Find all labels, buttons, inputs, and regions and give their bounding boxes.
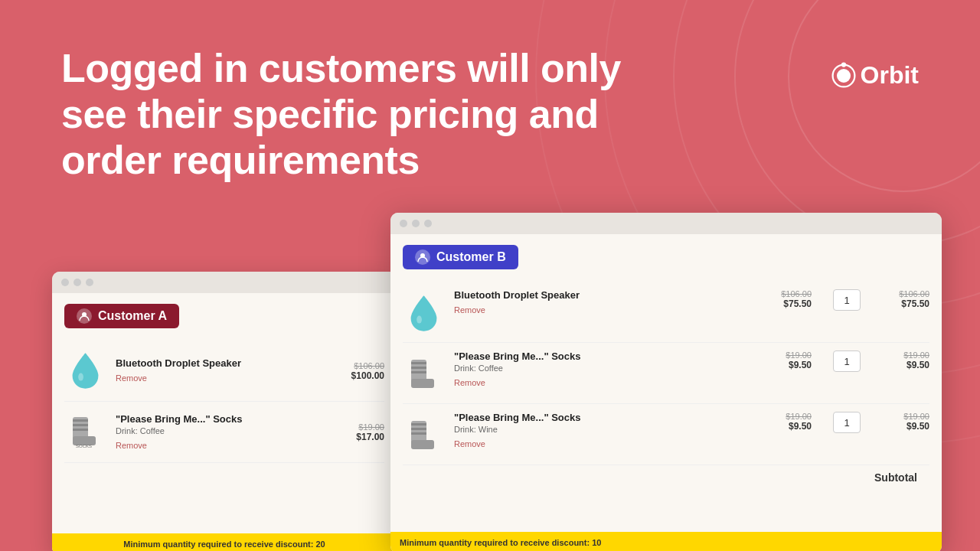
- total-sale-b-1: $75.50: [876, 298, 929, 309]
- svg-rect-15: [73, 429, 88, 431]
- sale-price-b-2: $9.50: [750, 360, 812, 370]
- svg-point-6: [837, 69, 851, 83]
- qty-input-b-3[interactable]: 1: [833, 412, 861, 433]
- svg-rect-20: [411, 379, 434, 388]
- item-name-b-1: Bluetooth Droplet Speaker: [454, 289, 741, 301]
- item-total-b-2: $19.00 $9.50: [876, 350, 929, 370]
- svg-rect-28: [411, 432, 426, 435]
- svg-rect-13: [73, 419, 88, 422]
- customer-a-badge: Customer A: [64, 304, 179, 328]
- orbit-logo: Orbit: [830, 61, 919, 90]
- remove-link-b-2[interactable]: Remove: [454, 378, 485, 387]
- remove-link-b-3[interactable]: Remove: [454, 439, 485, 448]
- item-name-a-2: "Please Bring Me..." Socks: [116, 413, 314, 425]
- customer-a-icon: [77, 308, 92, 324]
- cart-item-b-2: "Please Bring Me..." Socks Drink: Coffee…: [403, 343, 929, 404]
- orbit-logo-icon: [830, 62, 858, 90]
- item-image-socks-coffee-b: [403, 354, 445, 396]
- item-name-b-2: "Please Bring Me..." Socks: [454, 350, 741, 362]
- item-image-socks-wine-b: [403, 415, 445, 457]
- cart-item-a-1: Bluetooth Droplet Speaker Remove $106.00…: [64, 341, 384, 402]
- item-pricing-a-2: $19.00 $17.00: [323, 422, 384, 442]
- total-original-b-1: $106.00: [876, 289, 929, 298]
- customer-b-icon: [415, 249, 430, 265]
- item-pricing-a-1: $106.00 $100.00: [323, 361, 384, 381]
- item-name-a-1: Bluetooth Droplet Speaker: [116, 357, 314, 369]
- sale-price-b-1: $75.50: [750, 298, 812, 309]
- sale-price-a-1: $100.00: [323, 370, 384, 381]
- item-details-a-1: Bluetooth Droplet Speaker Remove: [116, 357, 314, 384]
- original-price-a-1: $106.00: [323, 361, 384, 370]
- cart-item-b-3: "Please Bring Me..." Socks Drink: Wine R…: [403, 404, 929, 465]
- svg-point-10: [78, 373, 83, 380]
- dot-yellow: [74, 279, 81, 286]
- item-details-b-2: "Please Bring Me..." Socks Drink: Coffee…: [454, 350, 741, 389]
- svg-point-18: [416, 315, 422, 323]
- orbit-logo-text: Orbit: [861, 61, 919, 90]
- min-qty-text-b: Minimum quantity required to receive dis…: [400, 538, 601, 547]
- item-variant-b-3: Drink: Wine: [454, 425, 741, 434]
- qty-input-b-2[interactable]: 1: [833, 350, 861, 372]
- min-qty-banner-a: Minimum quantity required to receive dis…: [52, 533, 397, 551]
- item-image-socks-a: SOCKS: [64, 411, 106, 453]
- customer-b-badge: Customer B: [403, 245, 518, 269]
- item-name-b-3: "Please Bring Me..." Socks: [454, 412, 741, 423]
- item-pricing-b-3: $19.00 $9.50: [750, 412, 812, 432]
- sale-price-b-3: $9.50: [750, 421, 812, 432]
- item-details-b-1: Bluetooth Droplet Speaker Remove: [454, 289, 741, 316]
- item-image-speaker-a: [64, 350, 106, 392]
- svg-rect-23: [411, 371, 426, 373]
- subtotal-label: Subtotal: [403, 465, 929, 490]
- dot-red-b: [400, 220, 407, 227]
- original-price-b-2: $19.00: [750, 350, 812, 360]
- total-sale-b-3: $9.50: [876, 421, 929, 432]
- svg-rect-26: [411, 423, 426, 425]
- item-details-a-2: "Please Bring Me..." Socks Drink: Coffee…: [116, 413, 314, 452]
- item-total-b-3: $19.00 $9.50: [876, 412, 929, 432]
- svg-rect-21: [411, 362, 426, 364]
- item-variant-b-2: Drink: Coffee: [454, 364, 741, 373]
- svg-point-0: [789, 0, 980, 191]
- original-price-a-2: $19.00: [323, 422, 384, 432]
- remove-link-a-2[interactable]: Remove: [116, 441, 147, 450]
- svg-rect-22: [411, 367, 426, 369]
- original-price-b-1: $106.00: [750, 289, 812, 298]
- dot-yellow-b: [412, 220, 420, 227]
- item-pricing-b-1: $106.00 $75.50: [750, 289, 812, 309]
- total-original-b-3: $19.00: [876, 412, 929, 421]
- dot-green-b: [424, 220, 432, 227]
- remove-link-b-1[interactable]: Remove: [454, 305, 485, 315]
- item-variant-a-2: Drink: Coffee: [116, 426, 314, 435]
- customer-a-label: Customer A: [98, 309, 167, 323]
- remove-link-a-1[interactable]: Remove: [116, 373, 147, 383]
- dot-red: [61, 279, 69, 286]
- headline: Logged in customers will only see their …: [61, 46, 643, 183]
- svg-point-8: [841, 62, 845, 67]
- item-pricing-b-2: $19.00 $9.50: [750, 350, 812, 370]
- browser-window-b: Customer B Bluetooth Droplet Speaker Rem…: [390, 213, 942, 551]
- min-qty-text-a: Minimum quantity required to receive dis…: [123, 540, 325, 549]
- svg-text:SOCKS: SOCKS: [76, 444, 92, 448]
- cart-item-b-1: Bluetooth Droplet Speaker Remove $106.00…: [403, 282, 929, 343]
- cart-item-a-2: SOCKS "Please Bring Me..." Socks Drink: …: [64, 402, 384, 463]
- svg-rect-14: [73, 424, 88, 426]
- min-qty-banner-b: Minimum quantity required to receive dis…: [390, 532, 942, 551]
- item-total-b-1: $106.00 $75.50: [876, 289, 929, 309]
- titlebar-a: [52, 272, 397, 293]
- titlebar-b: [390, 213, 942, 234]
- item-details-b-3: "Please Bring Me..." Socks Drink: Wine R…: [454, 412, 741, 450]
- svg-rect-27: [411, 428, 426, 430]
- qty-input-b-1[interactable]: 1: [833, 289, 861, 311]
- svg-rect-25: [411, 440, 434, 449]
- customer-b-label: Customer B: [436, 250, 506, 264]
- original-price-b-3: $19.00: [750, 412, 812, 421]
- sale-price-a-2: $17.00: [323, 432, 384, 442]
- dot-green: [86, 279, 93, 286]
- total-original-b-2: $19.00: [876, 350, 929, 360]
- item-image-speaker-b: [403, 292, 445, 334]
- browser-window-a: Customer A Bluetooth Droplet Speaker Rem…: [52, 272, 397, 551]
- svg-point-1: [735, 0, 980, 245]
- total-sale-b-2: $9.50: [876, 360, 929, 370]
